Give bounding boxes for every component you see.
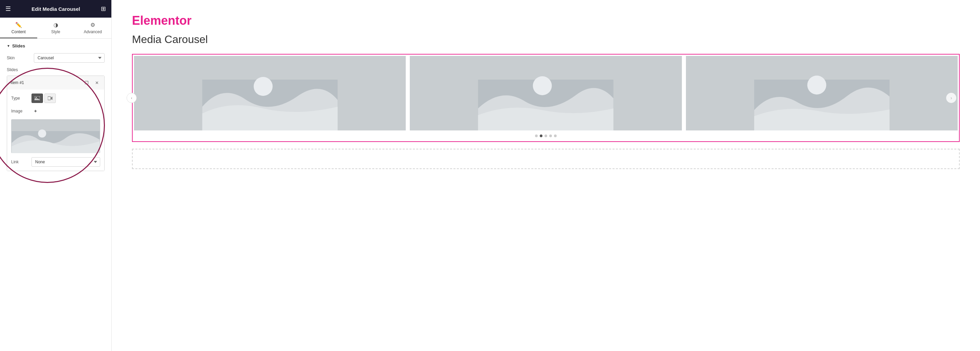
slides-section-header[interactable]: ▼ Slides — [0, 38, 111, 53]
slide-item-1: Item #1 ❐ ✕ Type — [7, 75, 105, 171]
svg-point-8 — [254, 77, 273, 96]
tab-content[interactable]: ✏️ Content — [0, 18, 37, 38]
tab-style[interactable]: ◑ Style — [37, 18, 75, 38]
collapse-panel-button[interactable]: ‹ — [127, 93, 137, 103]
widget-title: Media Carousel — [132, 33, 960, 46]
carousel-widget-wrapper: ‹ — [132, 54, 960, 142]
carousel-slide-1 — [134, 56, 406, 131]
image-magic-button[interactable]: ✦ — [32, 107, 40, 115]
svg-point-11 — [533, 76, 552, 95]
skin-control: Carousel Coverflow Slideshow — [34, 53, 105, 63]
carousel-dot-1[interactable] — [535, 134, 538, 137]
carousel-slide-3 — [686, 56, 958, 131]
content-tab-label: Content — [11, 29, 26, 34]
carousel-slide-2 — [410, 56, 681, 131]
svg-point-5 — [38, 129, 46, 137]
left-panel: ☰ Edit Media Carousel ⊞ ✏️ Content ◑ Sty… — [0, 0, 112, 351]
skin-field-row: Skin Carousel Coverflow Slideshow — [7, 53, 105, 63]
carousel-dot-5[interactable] — [554, 134, 557, 137]
carousel-slides — [134, 56, 958, 131]
svg-point-1 — [36, 97, 37, 98]
type-buttons — [32, 94, 56, 103]
slide-item-1-title: Item #1 — [11, 80, 83, 85]
hamburger-icon[interactable]: ☰ — [5, 5, 11, 13]
link-select[interactable]: None Media File Custom URL — [32, 157, 100, 167]
type-image-button[interactable] — [32, 94, 43, 103]
skin-select[interactable]: Carousel Coverflow Slideshow — [34, 53, 105, 63]
carousel-next-arrow[interactable]: › — [946, 93, 956, 103]
type-row: Type — [11, 94, 100, 103]
canvas-area: Elementor Media Carousel ‹ — [112, 0, 980, 351]
image-row: Image ✦ — [11, 107, 100, 115]
carousel-dot-4[interactable] — [549, 134, 552, 137]
image-preview[interactable] — [11, 119, 100, 153]
slides-section-title: Slides — [12, 43, 25, 48]
carousel-dot-2[interactable] — [540, 134, 542, 137]
link-label: Link — [11, 160, 32, 164]
elementor-brand-title: Elementor — [132, 14, 960, 28]
carousel-dots — [134, 131, 958, 140]
type-label: Type — [11, 96, 32, 101]
carousel-container: › — [132, 54, 960, 142]
svg-point-14 — [807, 75, 826, 94]
skin-label: Skin — [7, 56, 34, 60]
slide-item-1-header[interactable]: Item #1 ❐ ✕ — [7, 76, 104, 89]
panel-tabs: ✏️ Content ◑ Style ⚙ Advanced — [0, 18, 111, 38]
content-tab-icon: ✏️ — [15, 22, 22, 28]
slide-item-1-actions: ❐ ✕ — [83, 78, 101, 87]
type-video-button[interactable] — [45, 94, 56, 103]
link-row: Link None Media File Custom URL — [11, 157, 100, 167]
advanced-tab-label: Advanced — [84, 29, 102, 34]
image-label: Image — [11, 109, 32, 113]
panel-content: ▼ Slides Skin Carousel Coverflow Slidesh… — [0, 38, 111, 351]
duplicate-slide-button[interactable]: ❐ — [83, 78, 91, 87]
carousel-dot-3[interactable] — [544, 134, 547, 137]
style-tab-icon: ◑ — [54, 22, 58, 28]
slides-section-arrow: ▼ — [7, 44, 10, 48]
svg-rect-2 — [48, 97, 51, 100]
grid-icon[interactable]: ⊞ — [101, 5, 106, 13]
advanced-tab-icon: ⚙ — [90, 22, 95, 28]
style-tab-label: Style — [51, 29, 60, 34]
panel-header: ☰ Edit Media Carousel ⊞ — [0, 0, 111, 18]
dashed-drop-area — [132, 149, 960, 169]
panel-title: Edit Media Carousel — [32, 6, 80, 12]
slides-section-body: Skin Carousel Coverflow Slideshow Slides… — [0, 53, 111, 179]
slide-item-1-body: Type — [7, 89, 104, 171]
right-content: Elementor Media Carousel ‹ — [112, 0, 980, 351]
tab-advanced[interactable]: ⚙ Advanced — [74, 18, 111, 38]
slides-field-label: Slides — [7, 67, 105, 72]
remove-slide-button[interactable]: ✕ — [93, 78, 101, 87]
